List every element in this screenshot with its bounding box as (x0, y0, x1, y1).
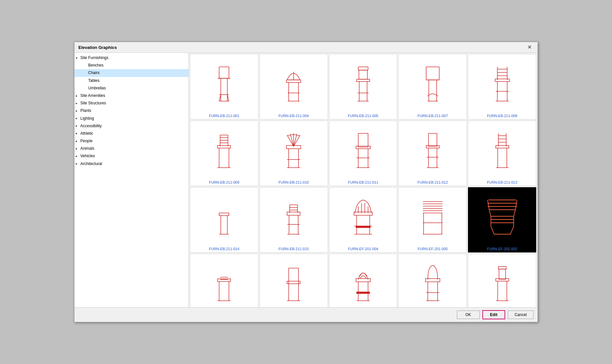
cell-label: FURN-EB-211-013 (487, 180, 517, 184)
ok-button[interactable]: OK (457, 311, 480, 319)
sidebar-item-label: Accessibility (80, 123, 102, 129)
cell-image (192, 124, 257, 179)
expand-icon: ▸ (76, 146, 79, 151)
svg-rect-41 (217, 145, 231, 148)
sidebar-item-label: Lighting (80, 115, 94, 122)
sidebar-item-athletic[interactable]: ▸Athletic (74, 130, 188, 137)
cell-image (331, 124, 396, 179)
cell-image (261, 257, 326, 307)
svg-rect-114 (217, 279, 231, 281)
grid-cell-furn-eb-211-009[interactable]: FURN-EB-211-009 (190, 121, 258, 186)
grid-cell-furn-eb-211-008[interactable]: FURN-EB-211-008 (468, 54, 536, 119)
main-content: ▾Site FurnishingsBenchesChairsTablesUmbr… (74, 53, 538, 307)
grid-cell-furn-eb-211-012[interactable]: FURN-EB-211-012 (398, 121, 467, 186)
sidebar-item-umbrellas[interactable]: Umbrellas (74, 84, 188, 92)
sidebar-item-label: Benches (88, 62, 104, 68)
grid-cell-furn-eb-211-001[interactable]: FURN-EB-211-001 (190, 54, 258, 119)
cell-image (261, 124, 326, 179)
cell-image (470, 124, 535, 179)
grid-cell-furn-eb-211-015[interactable]: FURN-EB-211-015 (260, 187, 328, 252)
cell-image (192, 190, 257, 246)
grid-scroll[interactable]: FURN-EB-211-001 FURN-EB-211-004 FURN-EB-… (189, 53, 538, 307)
title-bar: Elevation Graphics ✕ (74, 42, 538, 53)
sidebar-item-plants[interactable]: ▸Plants (74, 107, 188, 114)
expand-icon: ▸ (76, 116, 79, 121)
cell-image (192, 57, 257, 113)
grid-cell-furn-ef-201-004[interactable]: FURN-EF-201-004 (329, 187, 397, 252)
cell-image (192, 257, 257, 307)
grid-cell-furn-eb-211-013[interactable]: FURN-EB-211-013 (468, 121, 536, 186)
sidebar-item-label: Vehicles (80, 153, 95, 159)
sidebar-item-benches[interactable]: Benches (74, 62, 188, 69)
grid-cell-furn-ef-211-003[interactable]: FURN-EF-211-003 (329, 254, 397, 307)
grid-cell-furn-ef-201-005[interactable]: FURN-EF-201-005 (398, 187, 467, 252)
sidebar-item-label: Chairs (88, 70, 100, 76)
sidebar-item-chairs[interactable]: Chairs (74, 69, 188, 77)
cell-image (331, 257, 396, 307)
cell-label: FURN-EB-211-014 (209, 247, 239, 251)
cell-image (400, 257, 465, 307)
sidebar-item-tables[interactable]: Tables (74, 77, 188, 84)
sidebar-item-label: Architectural (80, 161, 102, 167)
grid-cell-furn-ef-211-005[interactable]: FURN-EF-211-005 (468, 254, 536, 307)
grid-cell-furn-eb-211-005[interactable]: FURN-EB-211-005 (329, 54, 397, 119)
cell-label: FURN-EB-211-015 (279, 247, 309, 251)
svg-rect-94 (356, 226, 370, 228)
svg-rect-135 (499, 269, 506, 280)
expand-icon: ▾ (76, 55, 79, 61)
cell-image (400, 57, 465, 113)
sidebar-tree: ▾Site FurnishingsBenchesChairsTablesUmbr… (74, 53, 189, 307)
sidebar-item-label: Animals (80, 145, 94, 152)
sidebar-item-label: People (80, 138, 92, 144)
cell-image (470, 257, 535, 307)
close-button[interactable]: ✕ (525, 44, 534, 51)
cell-image (331, 57, 396, 113)
svg-rect-89 (354, 212, 372, 215)
sidebar-item-lighting[interactable]: ▸Lighting (74, 115, 188, 122)
cell-label: FURN-EF-201-005 (418, 247, 448, 251)
expand-icon: ▸ (76, 123, 79, 129)
cell-label: FURN-EB-211-010 (279, 180, 309, 184)
grid-cell-furn-ef-211-001[interactable]: FURN-EF-211-001 (190, 254, 258, 307)
cell-image (400, 124, 465, 179)
grid-cell-furn-ef-211-002[interactable]: FURN-EF-211-002 (260, 254, 328, 307)
grid-cell-furn-eb-211-011[interactable]: FURN-EB-211-011 (329, 121, 397, 186)
cell-label: FURN-EF-202-002 (487, 247, 517, 251)
svg-rect-17 (357, 79, 370, 82)
sidebar-item-label: Site Structures (80, 100, 106, 106)
grid-cell-furn-eb-211-007[interactable]: FURN-EB-211-007 (398, 54, 467, 119)
svg-rect-80 (287, 212, 300, 215)
cancel-button[interactable]: Cancel (508, 311, 534, 319)
footer: OK Edit Cancel (74, 307, 538, 322)
sidebar-item-people[interactable]: ▸People (74, 137, 188, 145)
cell-image (331, 190, 396, 246)
grid-cell-furn-eb-211-010[interactable]: FURN-EB-211-010 (260, 121, 328, 186)
sidebar-item-architectural[interactable]: ▸Architectural (74, 160, 188, 168)
cell-label: FURN-EB-211-009 (209, 180, 239, 184)
grid-cell-furn-eb-211-014[interactable]: FURN-EB-211-014 (190, 187, 258, 252)
grid-area: FURN-EB-211-001 FURN-EB-211-004 FURN-EB-… (189, 53, 538, 307)
edit-button[interactable]: Edit (482, 310, 505, 319)
sidebar-item-animals[interactable]: ▸Animals (74, 145, 188, 152)
grid-cell-furn-ef-202-002[interactable]: FURN-EF-202-002 (468, 187, 536, 252)
sidebar-item-label: Umbrellas (88, 85, 106, 91)
sidebar-item-site-structures[interactable]: ▸Site Structures (74, 99, 188, 107)
sidebar-item-site-furnishings[interactable]: ▾Site Furnishings (74, 54, 188, 62)
svg-rect-50 (358, 133, 368, 147)
cell-label: FURN-EB-211-011 (348, 180, 378, 184)
grid-cell-furn-eb-211-004[interactable]: FURN-EB-211-004 (260, 54, 328, 119)
svg-rect-56 (428, 133, 437, 146)
grid-cell-furn-ef-211-004[interactable]: FURN-EF-211-004 (398, 254, 467, 307)
svg-rect-71 (219, 213, 229, 216)
svg-rect-134 (498, 266, 506, 269)
cell-image (261, 190, 326, 246)
cell-image (400, 190, 465, 246)
cell-image (470, 190, 535, 246)
sidebar-item-site-amenities[interactable]: ▸Site Amenities (74, 92, 188, 99)
sidebar-item-accessibility[interactable]: ▸Accessibility (74, 122, 188, 130)
svg-rect-123 (356, 279, 370, 282)
sidebar-item-vehicles[interactable]: ▸Vehicles (74, 152, 188, 160)
cell-label: FURN-EB-211-005 (348, 114, 378, 118)
svg-rect-15 (358, 67, 368, 70)
cell-label: FURN-EB-211-004 (279, 114, 309, 118)
